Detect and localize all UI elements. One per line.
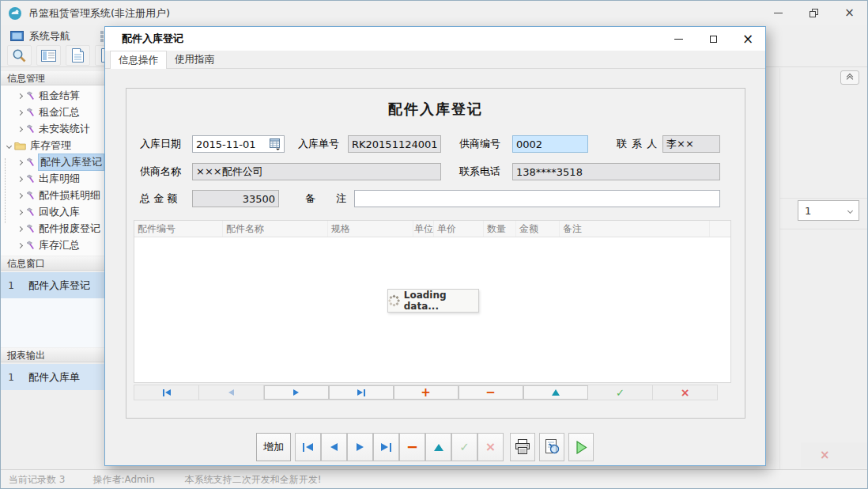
print-button[interactable] (510, 433, 535, 461)
toolbar-edit-button[interactable] (425, 433, 451, 461)
page-select-combobox[interactable]: 1 (798, 200, 859, 221)
close-icon: × (742, 31, 753, 47)
sidebar-item-rent-summary[interactable]: 租金汇总 (1, 104, 104, 120)
app-logo-icon (8, 6, 22, 21)
card-view-button[interactable] (36, 45, 61, 66)
sidebar-item-outbound-detail[interactable]: 出库明细 (1, 171, 104, 187)
order-no-field: RK20151124001 (348, 135, 441, 153)
column-header[interactable]: 金额 (516, 221, 560, 237)
column-header[interactable]: 配件名称 (223, 221, 328, 237)
print-preview-button[interactable] (539, 433, 564, 461)
dialog-minimize-button[interactable] (661, 27, 696, 51)
info-window-item[interactable]: 1 配件入库登记 (1, 272, 104, 298)
calendar-icon[interactable] (270, 138, 281, 150)
date-label: 入库日期 (140, 135, 181, 153)
dialog-title: 配件入库登记 (122, 32, 183, 46)
last-icon (381, 443, 388, 451)
column-header[interactable]: 单价 (434, 221, 484, 237)
search-button[interactable] (7, 45, 32, 66)
column-header[interactable]: 备注 (560, 221, 710, 237)
run-button[interactable] (568, 433, 594, 461)
remark-field[interactable] (354, 190, 720, 207)
dialog-close-button[interactable]: × (730, 27, 765, 51)
toolbar-delete-button[interactable]: − (399, 433, 425, 461)
date-field[interactable]: 2015-11-01 (192, 135, 285, 153)
parts-table[interactable]: 配件编号 配件名称 规格 单位 单价 数量 金额 备注 (134, 220, 731, 383)
column-header-blank (710, 221, 730, 237)
tree-item-label: 配件损耗明细 (39, 188, 100, 203)
column-header[interactable]: 单位 (413, 221, 434, 237)
supplier-code-label: 供商编号 (459, 135, 500, 153)
toolbar-cancel-button[interactable]: × (477, 433, 504, 461)
chevron-down-icon (6, 142, 12, 148)
check-icon: ✓ (459, 442, 470, 453)
sidebar-item-parts-inbound[interactable]: 配件入库登记 (1, 154, 104, 170)
collapse-panel-button[interactable] (840, 70, 859, 85)
table-header-row: 配件编号 配件名称 规格 单位 单价 数量 金额 备注 (134, 221, 730, 237)
column-header[interactable]: 数量 (484, 221, 516, 237)
tree-item-label: 配件报废登记 (39, 222, 100, 236)
chevron-right-icon (17, 159, 23, 165)
supplier-name-value: ×××配件公司 (196, 165, 263, 179)
nav-prior-button[interactable] (199, 385, 264, 400)
toolbar-next-button[interactable] (347, 433, 373, 461)
printer-icon (514, 439, 531, 455)
titlebar: 吊篮租赁管理系统(非注册用户) × (1, 1, 867, 25)
section-title: 信息管理 (7, 73, 45, 84)
sidebar-item-inventory-mgmt[interactable]: 库存管理 (1, 138, 104, 154)
minimize-icon (774, 13, 783, 13)
nav-last-button[interactable] (329, 385, 394, 400)
nav-cancel-button[interactable]: × (653, 385, 717, 400)
order-no-value: RK20151124001 (352, 138, 438, 150)
sidebar-item-parts-scrap[interactable]: 配件报废登记 (1, 221, 104, 237)
tree-item-label: 回收入库 (39, 205, 80, 219)
nav-delete-button[interactable]: − (459, 385, 523, 400)
toolbar-prior-button[interactable] (321, 433, 347, 461)
sidebar-item-recycle-inbound[interactable]: 回收入库 (1, 204, 104, 220)
sidebar-item-inventory-summary[interactable]: 库存汇总 (1, 237, 104, 253)
next-icon (293, 389, 299, 396)
column-header[interactable]: 规格 (328, 221, 413, 237)
nav-post-button[interactable]: ✓ (588, 385, 653, 400)
restore-icon (810, 9, 818, 17)
nav-first-button[interactable] (134, 385, 199, 400)
toolbar-post-button[interactable]: ✓ (451, 433, 477, 461)
tree-item-label-selected: 配件入库登记 (39, 154, 104, 170)
first-icon (306, 443, 313, 451)
monitor-icon (10, 31, 24, 42)
wrench-icon (25, 157, 35, 167)
window-minimize-button[interactable] (760, 1, 796, 25)
dialog-maximize-button[interactable] (696, 27, 730, 51)
tab-system-nav[interactable]: 系统导航 (7, 28, 74, 45)
cross-icon: × (485, 441, 496, 453)
last-icon (390, 443, 391, 452)
sidebar-item-parts-loss-detail[interactable]: 配件损耗明细 (1, 188, 104, 203)
sidebar-item-rent-settle[interactable]: 租金结算 (1, 88, 104, 104)
nav-edit-button[interactable] (523, 385, 588, 400)
last-icon (357, 389, 363, 396)
chevron-right-icon (17, 242, 23, 248)
toolbar-last-button[interactable] (373, 433, 399, 461)
contact-value: 李×× (666, 137, 694, 151)
window-close-button[interactable]: × (832, 1, 867, 25)
supplier-code-field[interactable]: 0002 (512, 135, 588, 153)
add-button[interactable]: 增加 (256, 433, 291, 461)
tree-item-label: 库存汇总 (39, 238, 80, 252)
nav-next-button[interactable] (264, 385, 329, 400)
combobox-value: 1 (805, 205, 811, 217)
tab-info-operation[interactable]: 信息操作 (110, 51, 167, 69)
chevron-right-icon (17, 126, 23, 131)
nav-insert-button[interactable]: + (394, 385, 459, 400)
report-output-item[interactable]: 1 配件入库单 (1, 364, 104, 390)
window-restore-button[interactable] (796, 1, 832, 25)
column-header[interactable]: 配件编号 (134, 221, 223, 237)
toolbar-first-button[interactable] (295, 433, 321, 461)
sidebar-item-uninstalled-stats[interactable]: 未安装统计 (1, 121, 104, 137)
sidebar-section-report-output: 报表输出 (1, 347, 104, 362)
card-icon (41, 50, 56, 62)
document-button[interactable] (66, 45, 90, 66)
dialog-titlebar[interactable]: 配件入库登记 × (105, 27, 765, 51)
app-window: 吊篮租赁管理系统(非注册用户) × 系统导航 信息 1 (0, 0, 868, 489)
plus-icon: + (421, 387, 431, 399)
tab-user-guide[interactable]: 使用指南 (167, 51, 222, 69)
